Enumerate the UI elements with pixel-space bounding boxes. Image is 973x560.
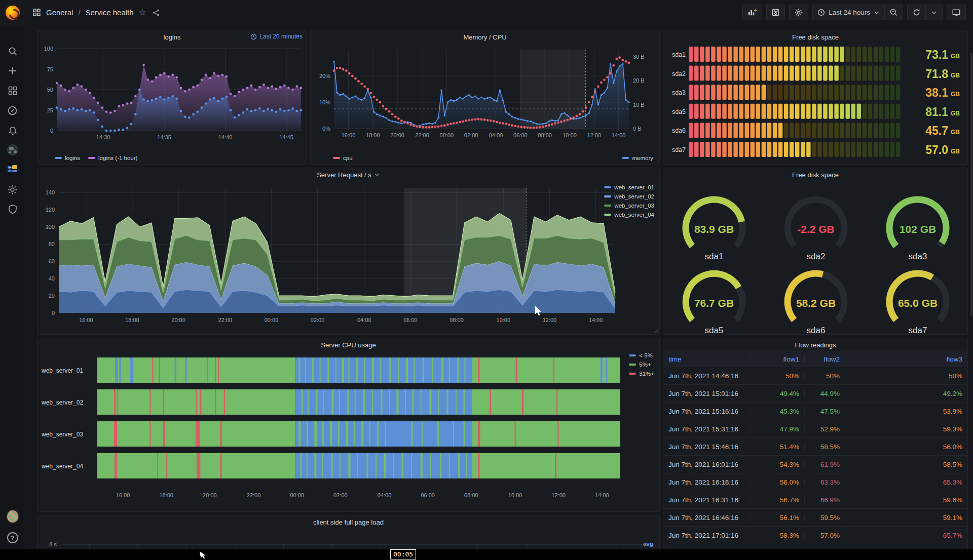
dashboards-icon[interactable]: [7, 85, 19, 97]
svg-text:04:00: 04:00: [489, 132, 503, 138]
cell-flow1: 51.4%: [751, 443, 804, 451]
breadcrumb-page[interactable]: Service health: [86, 8, 134, 17]
refresh-interval-dropdown[interactable]: [925, 5, 943, 20]
panel-title-flow-readings[interactable]: Flow readings: [663, 338, 967, 351]
legend-series-color: [604, 195, 611, 197]
legend-series-color: [629, 354, 636, 356]
svg-text:12:00: 12:00: [551, 492, 566, 498]
legend-item[interactable]: web_server_04: [604, 212, 654, 218]
cell-flow2: 52.9%: [804, 425, 845, 433]
breadcrumb-section[interactable]: General: [46, 8, 73, 17]
legend-item[interactable]: memory: [622, 155, 653, 161]
legend-item[interactable]: 31%+: [629, 371, 654, 377]
server-requests-chart[interactable]: 02040608010012014016:0018:0020:0022:0000…: [38, 181, 659, 336]
dashboard-settings-button[interactable]: [789, 5, 808, 20]
time-override-badge[interactable]: Last 20 minutes: [250, 33, 303, 40]
grafana-app: ? General / Service health ☆ + Last 24 h…: [0, 0, 973, 560]
flow-readings-table[interactable]: timeflow1flow2flow3Jun 7th, 2021 14:46:1…: [663, 351, 967, 559]
legend-series-label: web_server_04: [614, 212, 654, 218]
legend-item[interactable]: cpu: [333, 155, 353, 161]
cell-time: Jun 7th, 2021 17:01:16: [663, 532, 751, 539]
add-panel-button[interactable]: +: [742, 5, 762, 20]
cell-time: Jun 7th, 2021 16:01:16: [663, 461, 751, 468]
legend-item[interactable]: web_server_01: [604, 184, 654, 190]
svg-text:30 B: 30 B: [633, 54, 645, 60]
svg-text:06:00: 06:00: [403, 317, 418, 323]
svg-text:sda1: sda1: [705, 252, 724, 261]
help-icon[interactable]: ?: [7, 532, 19, 544]
memory-cpu-chart[interactable]: 0%10%20%0 B10 B20 B30 B16:0018:0020:0022…: [311, 44, 659, 150]
cell-flow3: 58.5%: [845, 461, 967, 468]
panel-title-free-disk-gauges[interactable]: Free disk space: [663, 168, 967, 181]
cell-flow1: 45.3%: [751, 408, 804, 415]
column-header-flow2[interactable]: flow2: [804, 355, 845, 363]
table-row: Jun 7th, 2021 14:46:1650%50%50%: [663, 367, 967, 384]
panel-title-pageload[interactable]: client side full page load: [38, 515, 659, 529]
zoom-out-time-button[interactable]: [884, 5, 903, 20]
logins-chart[interactable]: 025507510014:3014:3514:4014:45: [38, 44, 307, 150]
kiosk-mode-button[interactable]: [947, 5, 966, 20]
panel-resize-handle[interactable]: [654, 329, 658, 333]
svg-text:22:00: 22:00: [415, 132, 429, 138]
panel-server-requests: Server Request / s 02040608010012014016:…: [37, 168, 660, 335]
cell-flow1: 56.0%: [751, 478, 804, 486]
disk-gauges[interactable]: 83.9 GBsda1-2.2 GBsda2102 GBsda376.7 GBs…: [663, 181, 967, 336]
legend-item[interactable]: logins: [55, 155, 80, 161]
svg-text:sda1: sda1: [672, 51, 686, 58]
search-icon[interactable]: [7, 45, 19, 57]
svg-text:0 B: 0 B: [633, 126, 642, 132]
server-cpu-usage-chart[interactable]: web_server_01web_server_02web_server_03w…: [38, 351, 659, 513]
world-plugin-icon[interactable]: [7, 144, 19, 156]
panel-title-memory-cpu[interactable]: Memory / CPU: [311, 30, 659, 44]
legend-item[interactable]: web_server_02: [604, 193, 654, 199]
grafana-logo[interactable]: [0, 0, 25, 25]
grafana-logo-icon: [6, 6, 20, 20]
legend-series-label: 5%+: [639, 362, 651, 368]
svg-text:22:00: 22:00: [218, 317, 233, 323]
time-range-picker[interactable]: Last 24 hours: [812, 5, 885, 20]
svg-text:76.7 GB: 76.7 GB: [694, 297, 734, 309]
scrollbar-thumb[interactable]: [970, 53, 972, 316]
legend-item[interactable]: web_server_03: [604, 203, 654, 209]
svg-text:60: 60: [49, 258, 55, 264]
svg-text:140: 140: [46, 189, 55, 195]
panel-free-disk-bars: Free disk space sda173.1GBsda271.8GBsda3…: [663, 30, 968, 165]
column-header-flow3[interactable]: flow3: [845, 355, 967, 363]
explore-compass-icon[interactable]: [7, 104, 19, 116]
user-avatar[interactable]: [7, 510, 19, 523]
svg-text:02:00: 02:00: [333, 492, 348, 498]
pageload-legend-avg[interactable]: avg: [643, 541, 653, 547]
column-header-flow1[interactable]: flow1: [751, 355, 804, 363]
alerting-bell-icon[interactable]: [7, 124, 19, 136]
disk-bargauge[interactable]: sda173.1GBsda271.8GBsda338.1GBsda581.1GB…: [663, 44, 967, 166]
panel-title-free-disk-bars[interactable]: Free disk space: [663, 30, 967, 44]
share-icon[interactable]: [152, 8, 161, 17]
svg-text:16:00: 16:00: [342, 132, 356, 138]
legend-series-color: [604, 214, 611, 216]
legend-series-label: logins: [65, 155, 80, 161]
svg-text:14:00: 14:00: [595, 492, 609, 498]
table-row: Jun 7th, 2021 16:46:1656.1%59.5%59.1%: [663, 508, 967, 526]
legend-item[interactable]: 5%+: [629, 362, 651, 368]
configuration-gear-icon[interactable]: [7, 183, 19, 195]
video-progress-bar[interactable]: [0, 549, 973, 560]
svg-text:100: 100: [44, 46, 53, 52]
panel-title-server-requests[interactable]: Server Request / s: [38, 168, 659, 181]
app-plugin-icon[interactable]: [7, 164, 19, 176]
admin-shield-icon[interactable]: [7, 203, 19, 215]
svg-text:58.2 GB: 58.2 GB: [796, 297, 836, 309]
chevron-down-icon: [874, 10, 880, 16]
favorite-star-icon[interactable]: ☆: [139, 8, 146, 17]
cell-flow1: 47.9%: [751, 425, 804, 433]
legend-item[interactable]: logins (-1 hour): [88, 155, 137, 161]
svg-text:0: 0: [50, 128, 53, 134]
refresh-button[interactable]: [907, 5, 926, 20]
column-header-time[interactable]: time: [663, 355, 751, 363]
panel-free-disk-gauges: Free disk space 83.9 GBsda1-2.2 GBsda210…: [663, 168, 968, 335]
panel-title-server-cpu-usage[interactable]: Server CPU usage: [38, 338, 659, 351]
legend-item[interactable]: < 5%: [629, 352, 653, 358]
save-dashboard-button[interactable]: [766, 5, 785, 20]
add-icon[interactable]: [7, 65, 19, 77]
svg-text:100: 100: [46, 224, 55, 230]
legend-series-color: [629, 364, 636, 366]
